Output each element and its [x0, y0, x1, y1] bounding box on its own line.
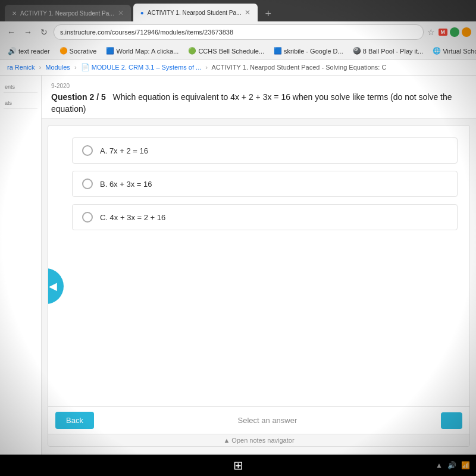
back-button[interactable]: Back	[55, 412, 94, 429]
breadcrumb-item-3: ACTIVITY 1. Nearpod Student Paced - Solv…	[211, 64, 386, 71]
question-text: Which equation is equivalent to 4x + 2 +…	[51, 92, 452, 114]
sound-icon: 🔊	[8, 47, 17, 55]
notes-navigator-bar[interactable]: ▲ Open notes navigator	[48, 434, 469, 446]
bookmark-8ball-label: 8 Ball Pool - Play it...	[363, 48, 424, 55]
bookmark-world-map[interactable]: 🟦 World Map: A clicka...	[103, 46, 181, 56]
bookmark-socrative[interactable]: 🟠 Socrative	[57, 46, 100, 56]
taskbar-up-icon: ▲	[434, 460, 444, 471]
tab-active[interactable]: ● ACTIVITY 1. Nearpod Student Pa... ✕	[133, 4, 258, 21]
new-tab-button[interactable]: +	[260, 6, 276, 21]
ext-green-icon[interactable]	[450, 27, 459, 37]
next-button[interactable]	[441, 412, 462, 429]
8ball-icon: 🎱	[353, 47, 361, 55]
question-title: Question 2 / 5 Which equation is equival…	[51, 92, 466, 115]
bookmark-virtual-school-label: Virtual School Adm...	[443, 48, 476, 55]
breadcrumb-item-1[interactable]: Modules	[45, 64, 70, 71]
notes-navigator-label: ▲ Open notes navigator	[223, 437, 294, 444]
address-text: s.instructure.com/courses/712946/modules…	[60, 29, 233, 36]
option-c-radio[interactable]	[82, 212, 93, 223]
question-header: 9-2020 Question 2 / 5 Which equation is …	[42, 76, 476, 119]
cchs-icon: 🟢	[188, 47, 196, 55]
address-bar-row: ← → ↻ s.instructure.com/courses/712946/m…	[0, 21, 476, 43]
bookmark-text-reader[interactable]: 🔊 text reader	[5, 46, 53, 57]
socrative-icon: 🟠	[60, 47, 68, 55]
option-b-label: B. 6x + 3x = 16	[100, 180, 152, 189]
bookmark-world-map-label: World Map: A clicka...	[116, 48, 178, 55]
nearpod-inner: ◀ A. 7x + 2 = 16 B. 6x + 3x = 16	[48, 125, 470, 447]
virtual-school-icon: 🌐	[433, 47, 441, 55]
skribile-icon: 🟦	[274, 47, 282, 55]
breadcrumb-item-2[interactable]: MODULE 2. CRM 3.1 – Systems of ...	[92, 64, 202, 71]
address-field[interactable]: s.instructure.com/courses/712946/modules…	[54, 24, 424, 40]
option-a-radio[interactable]	[82, 145, 93, 156]
taskbar-right: ▲ 🔊 📶	[434, 460, 471, 471]
sidebar: ents ats	[0, 76, 42, 476]
bookmark-8ball[interactable]: 🎱 8 Ball Pool - Play it...	[350, 46, 427, 56]
option-c-label: C. 4x + 3x = 2 + 16	[100, 213, 165, 222]
nav-arrow-icon: ◀	[49, 280, 57, 293]
option-c-row[interactable]: C. 4x + 3x = 2 + 16	[72, 204, 458, 230]
tab-close-active[interactable]: ✕	[245, 8, 250, 17]
world-map-icon: 🟦	[106, 47, 114, 55]
back-nav-button[interactable]: ←	[5, 26, 18, 38]
option-b-radio[interactable]	[82, 178, 93, 189]
option-a-row[interactable]: A. 7x + 2 = 16	[72, 137, 458, 164]
main-content: ents ats 9-2020 Question 2 / 5 Which equ…	[0, 76, 476, 476]
question-number: Question 2 / 5	[51, 92, 106, 102]
bookmark-skribile-label: skribile - Google D...	[284, 48, 343, 55]
bookmark-virtual-school[interactable]: 🌐 Virtual School Adm...	[430, 46, 476, 56]
extension-icons: M	[439, 27, 472, 37]
breadcrumb: ra Renick › Modules › 📄 MODULE 2. CRM 3.…	[0, 60, 476, 76]
tab-inactive[interactable]: ✕ ACTIVITY 1. Nearpod Student Pa... ✕	[5, 5, 131, 21]
content-panel: 9-2020 Question 2 / 5 Which equation is …	[42, 76, 476, 476]
bookmark-cchs-label: CCHS Bell Schedule...	[198, 48, 264, 55]
forward-nav-button[interactable]: →	[21, 26, 35, 38]
taskbar: ⊞ ▲ 🔊 📶	[0, 455, 476, 476]
bookmarks-bar: 🔊 text reader 🟠 Socrative 🟦 World Map: A…	[0, 43, 476, 60]
tab-close-inactive[interactable]: ✕	[118, 9, 124, 17]
taskbar-network-icon[interactable]: 📶	[460, 460, 471, 471]
reload-button[interactable]: ↻	[38, 26, 50, 38]
sidebar-item-ents: ents	[4, 82, 37, 93]
bookmark-socrative-label: Socrative	[70, 48, 97, 55]
tab-bar: ✕ ACTIVITY 1. Nearpod Student Pa... ✕ ● …	[0, 0, 476, 21]
bookmark-text-reader-label: text reader	[18, 48, 50, 55]
windows-logo-icon[interactable]: ⊞	[233, 458, 243, 472]
sidebar-item-ats: ats	[4, 98, 37, 109]
breadcrumb-item-0[interactable]: ra Renick	[7, 64, 35, 71]
option-a-label: A. 7x + 2 = 16	[100, 146, 148, 155]
bookmark-cchs[interactable]: 🟢 CCHS Bell Schedule...	[185, 46, 267, 56]
nearpod-area: ◀ A. 7x + 2 = 16 B. 6x + 3x = 16	[42, 119, 476, 453]
taskbar-volume-icon[interactable]: 🔊	[446, 460, 458, 471]
gmail-icon[interactable]: M	[439, 29, 448, 36]
nearpod-bottom-bar: Back Select an answer	[48, 406, 469, 434]
bookmark-star-icon[interactable]: ☆	[427, 27, 435, 37]
select-answer-label: Select an answer	[101, 416, 434, 425]
tab-active-label: ACTIVITY 1. Nearpod Student Pa...	[148, 10, 242, 16]
bookmark-skribile[interactable]: 🟦 skribile - Google D...	[271, 46, 346, 56]
date-label: 9-2020	[51, 83, 466, 89]
ext-orange-icon[interactable]	[462, 27, 471, 37]
tab-inactive-label: ACTIVITY 1. Nearpod Student Pa...	[20, 10, 114, 17]
options-area: A. 7x + 2 = 16 B. 6x + 3x = 16 C. 4x + 3…	[48, 126, 469, 406]
option-b-row[interactable]: B. 6x + 3x = 16	[72, 171, 458, 197]
